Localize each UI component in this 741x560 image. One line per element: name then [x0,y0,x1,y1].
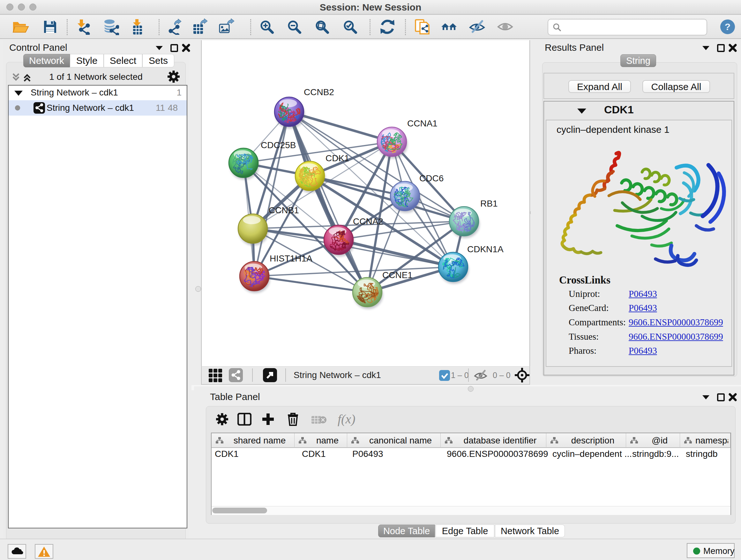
svg-text:CDC6: CDC6 [419,173,444,183]
svg-text:CCNA2: CCNA2 [353,216,383,226]
svg-text:CCNE1: CCNE1 [382,270,413,280]
svg-text:CDK1: CDK1 [326,153,349,163]
svg-text:RB1: RB1 [480,199,497,208]
svg-text:CCNA1: CCNA1 [407,118,437,128]
svg-text:HIST1H1A: HIST1H1A [270,253,313,263]
svg-text:CCNB1: CCNB1 [269,205,299,215]
svg-text:CDKN1A: CDKN1A [467,244,503,254]
svg-text:CDC25B: CDC25B [261,140,296,150]
svg-text:?: ? [725,21,731,32]
svg-text:CCNB2: CCNB2 [304,87,334,97]
